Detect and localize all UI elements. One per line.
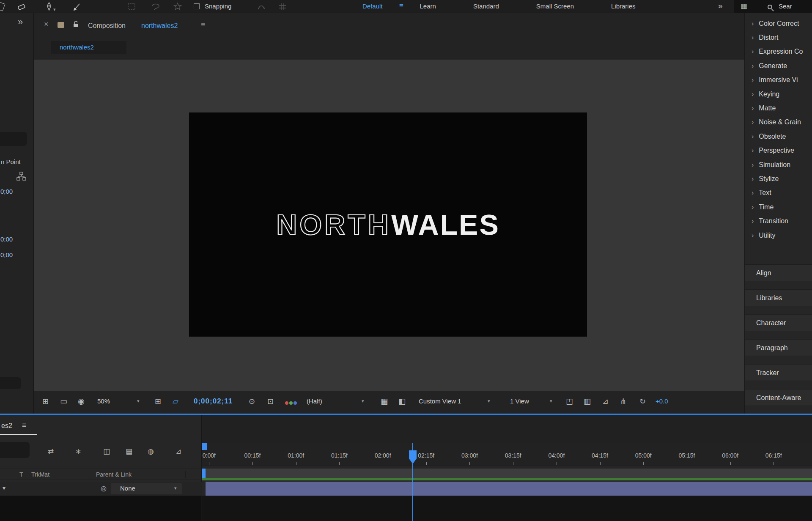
motion-blur-icon[interactable]: ◍	[148, 447, 154, 456]
viewer-tab-northwales2[interactable]: northwales2	[51, 41, 126, 54]
workspace-grid-icon[interactable]: ▦	[741, 2, 747, 11]
column-trkmat[interactable]: TrkMat	[31, 471, 49, 478]
effect-category-row[interactable]: › Matte	[745, 101, 812, 115]
effect-category-row[interactable]: › Text	[745, 186, 812, 200]
chevron-right-icon[interactable]: ›	[752, 147, 754, 154]
snap-grid-icon[interactable]	[277, 2, 288, 11]
panel-tab[interactable]: Tracker	[745, 364, 812, 381]
column-divider[interactable]	[90, 471, 90, 478]
panel-menu-icon[interactable]: ≡	[201, 20, 206, 29]
workspace-tab[interactable]: Learn	[420, 3, 436, 10]
effect-category-row[interactable]: › Generate	[745, 59, 812, 73]
layer-expand-chevron-icon[interactable]: ▾	[3, 485, 5, 491]
camera-icon[interactable]: ⊙	[249, 397, 255, 406]
refresh-icon[interactable]: ↻	[639, 397, 646, 406]
mask-visibility-icon[interactable]: ▱	[173, 397, 178, 406]
expand-panel-button[interactable]: »	[18, 16, 23, 27]
chevron-right-icon[interactable]: ›	[752, 34, 754, 41]
snapping-checkbox[interactable]	[194, 3, 200, 9]
ruler-tick[interactable]: 00:15f	[231, 443, 274, 465]
ruler-tick[interactable]: 03:00f	[448, 443, 491, 465]
collapsed-control[interactable]	[0, 132, 27, 146]
chevron-right-icon[interactable]: ›	[752, 162, 754, 168]
effect-category-row[interactable]: › Perspective	[745, 144, 812, 158]
effect-category-row[interactable]: › Color Correct	[745, 16, 812, 30]
column-parent-link[interactable]: Parent & Link	[96, 471, 132, 478]
collapsed-control[interactable]	[0, 442, 30, 458]
parent-link-chevron[interactable]: ▾	[174, 485, 177, 491]
chevron-right-icon[interactable]: ›	[752, 119, 754, 126]
timecode-value[interactable]: 0;00	[0, 251, 13, 258]
shy-layers-icon[interactable]: ◫	[103, 447, 110, 456]
snap-option-icon[interactable]	[256, 2, 266, 11]
panel-title-name[interactable]: northwales2	[141, 22, 178, 30]
chevron-right-icon[interactable]: ›	[752, 48, 754, 55]
close-tab-icon[interactable]: ×	[44, 20, 49, 29]
flowchart-icon[interactable]: ⊞	[42, 397, 49, 406]
current-timecode[interactable]: 0;00;02;11	[194, 397, 233, 406]
eraser-tool-icon[interactable]	[16, 2, 26, 12]
ruler-tick[interactable]: 01:00f	[274, 443, 318, 465]
brush-tool-icon[interactable]	[0, 1, 5, 11]
chevron-right-icon[interactable]: ›	[752, 77, 754, 83]
effect-category-row[interactable]: › Time	[745, 200, 812, 214]
resolution-value[interactable]: (Half)	[307, 398, 322, 405]
ruler-tick[interactable]: 04:15f	[578, 443, 622, 465]
rectangle-tool-icon[interactable]	[127, 3, 136, 11]
timecode-value[interactable]: 0;00	[0, 236, 13, 243]
exposure-value[interactable]: +0.0	[656, 398, 668, 405]
wand-icon[interactable]: ∗	[75, 447, 81, 456]
effect-category-row[interactable]: › Expression Co	[745, 45, 812, 59]
work-area-bar[interactable]	[206, 469, 812, 478]
timecode-value[interactable]: 0;00	[0, 188, 13, 195]
workspace-tab[interactable]: Standard	[473, 3, 499, 10]
time-ruler[interactable]: 0:00f00:15f01:00f01:15f02:00f02:15f03:00…	[202, 443, 812, 466]
channels-icon[interactable]: ◉	[78, 397, 85, 406]
lock-icon[interactable]	[73, 20, 80, 28]
panel-tab[interactable]: Content-Aware	[745, 389, 812, 406]
workspace-tab[interactable]: Default	[362, 3, 383, 10]
ruler-tick[interactable]: 05:00f	[622, 443, 665, 465]
layer-duration-bar[interactable]	[206, 482, 812, 496]
rgb-channels-icon[interactable]	[285, 399, 298, 406]
ruler-tick[interactable]: 02:00f	[361, 443, 405, 465]
chevron-right-icon[interactable]: ›	[752, 175, 754, 182]
workspace-tab[interactable]: Small Screen	[536, 3, 574, 10]
effect-category-row[interactable]: › Utility	[745, 228, 812, 242]
workspace-overflow-chevron[interactable]: »	[718, 1, 723, 11]
histogram-icon[interactable]: ⊿	[602, 397, 609, 406]
lasso-tool-icon[interactable]	[151, 2, 161, 11]
parent-link-icon[interactable]	[16, 171, 27, 181]
chevron-right-icon[interactable]: ›	[752, 232, 754, 239]
panel-tab[interactable]: Align	[745, 264, 812, 281]
parent-link-dropdown[interactable]: None ▾	[111, 483, 182, 494]
chevron-right-icon[interactable]: ›	[752, 218, 754, 225]
pen-tool-icon[interactable]	[44, 1, 54, 11]
chevron-right-icon[interactable]: ›	[752, 91, 754, 98]
effect-category-row[interactable]: › Immersive Vi	[745, 73, 812, 87]
ruler-tick[interactable]: 04:00f	[535, 443, 579, 465]
timeline-menu-icon[interactable]: ≡	[22, 421, 26, 430]
ruler-tick[interactable]: 06:00f	[708, 443, 752, 465]
pickwhip-icon[interactable]: ◎	[101, 484, 107, 492]
chevron-right-icon[interactable]: ›	[752, 133, 754, 140]
view-count-value[interactable]: 1 View	[510, 398, 529, 405]
layer-row[interactable]: ▾ ◎ None ▾	[0, 482, 202, 496]
timeline-tab-label[interactable]: es2	[1, 422, 12, 430]
search-label[interactable]: Sear	[779, 3, 792, 10]
resolution-dropdown-chevron[interactable]: ▾	[362, 398, 364, 404]
transparency-grid-icon[interactable]: ◧	[398, 397, 406, 406]
pen-tool-flyout-arrow[interactable]: ▾	[53, 7, 56, 12]
effect-category-row[interactable]: › Distort	[745, 30, 812, 44]
ruler-tick[interactable]: 06:15f	[752, 443, 796, 465]
pipeline-icon[interactable]: ⋔	[620, 397, 626, 406]
view-layout-dropdown-chevron[interactable]: ▾	[488, 398, 490, 404]
view-layout-value[interactable]: Custom View 1	[419, 398, 461, 405]
grid-guides-icon[interactable]: ⊞	[155, 397, 161, 406]
chevron-right-icon[interactable]: ›	[752, 105, 754, 112]
timeline-tab[interactable]: es2 ≡	[0, 420, 37, 435]
region-of-interest-icon[interactable]: ▦	[381, 397, 388, 406]
column-t[interactable]: T	[19, 471, 23, 478]
ruler-tick[interactable]: 01:15f	[318, 443, 361, 465]
work-area-handle[interactable]	[202, 469, 206, 478]
